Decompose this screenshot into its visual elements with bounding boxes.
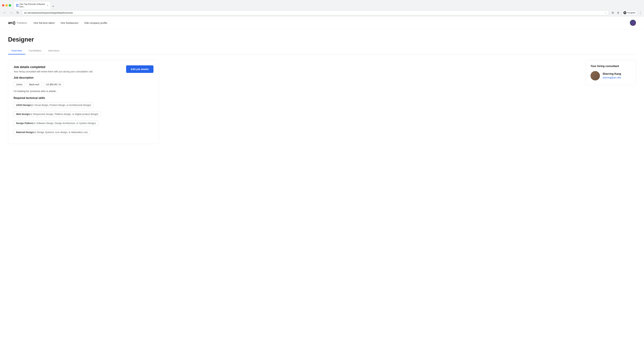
back-button[interactable]: ← [2, 10, 7, 15]
job-description-text: I'm looking for someone who is artistic. [14, 90, 154, 92]
tab-close-button[interactable]: × [47, 4, 48, 6]
tabs-bar: Overview Candidates Interviews [8, 47, 636, 54]
consultant-email[interactable]: sherring@arc.dev [602, 76, 621, 79]
tag-backend: Back-end [27, 82, 42, 87]
job-card-subtitle: Your hiring consultant will review them … [14, 70, 93, 73]
skills-section-label: Required technical skills [14, 96, 154, 99]
skill-uxui-alt: (or Visual design, Product design, or Ar… [31, 104, 91, 106]
skill-materialdesign-alt: (or Design Systems, Icon design, or Mate… [33, 131, 88, 134]
tab-interviews[interactable]: Interviews [44, 47, 63, 54]
skill-designpattern: Design Pattern (or Software Design, Desi… [14, 120, 98, 126]
tab-title: Hire Top Remote Software Dev... [20, 3, 45, 8]
top-nav: arc() Freelance Hire full-time talent Hi… [0, 16, 644, 29]
active-tab[interactable]: Hire Top Remote Software Dev... × [14, 1, 51, 9]
skill-designpattern-alt: (or Software Design, Design Architecture… [33, 122, 96, 124]
skill-webdesign-alt: (or Responsive Design, Platform design, … [30, 113, 98, 115]
tag-junior: Junior [14, 82, 25, 87]
skill-webdesign-name: Web Design [16, 113, 30, 115]
forward-button[interactable]: → [9, 10, 14, 15]
job-card-header: Job details completed Your hiring consul… [14, 65, 154, 73]
logo-freelance-label: Freelance [17, 22, 27, 24]
window-controls [2, 4, 11, 6]
bookmark-icon[interactable]: ☆ [604, 11, 606, 14]
skill-uxui-name: UX/UI Design [16, 104, 31, 106]
consultant-info: Sherring Kang sherring@arc.dev [590, 71, 631, 80]
maximize-window-button[interactable] [9, 4, 11, 6]
consultant-avatar-image [590, 71, 600, 80]
consultant-details: Sherring Kang sherring@arc.dev [602, 72, 621, 79]
nav-hire-freelancers[interactable]: Hire freelancers [61, 21, 78, 24]
skills-list: UX/UI Design (or Visual design, Product … [14, 102, 154, 138]
browser-chrome: Hire Top Remote Software Dev... × + ← → … [0, 0, 644, 16]
consultant-name: Sherring Kang [602, 72, 621, 75]
skill-materialdesign-name: Material Design [16, 131, 33, 134]
main-column: Job details completed Your hiring consul… [8, 60, 580, 148]
reload-button[interactable]: ↻ [16, 10, 20, 15]
consultant-avatar [590, 71, 600, 80]
page-content: arc() Freelance Hire full-time talent Hi… [0, 16, 644, 362]
skill-designpattern-name: Design Pattern [16, 122, 33, 124]
new-tab-button[interactable]: + [51, 3, 56, 9]
consultant-card: Your hiring consultant Sherring Kang she… [586, 60, 636, 85]
tab-overview[interactable]: Overview [8, 47, 25, 54]
address-bar[interactable]: arc.dev/dashboard/requests/kdyp4k9q28/ov… [22, 10, 609, 15]
logo-text: arc() [8, 21, 15, 25]
job-description-label: Job description [14, 76, 154, 79]
tab-favicon [16, 4, 18, 7]
browser-menu-button[interactable]: ⋮ [639, 11, 642, 15]
tab-bar: Hire Top Remote Software Dev... × + [14, 1, 56, 9]
incognito-badge[interactable]: Incognito [622, 10, 637, 15]
svg-point-0 [16, 4, 18, 6]
incognito-icon [623, 11, 626, 14]
tags-row: Junior Back-end US $50-85 / hr [14, 82, 154, 87]
content-layout: Job details completed Your hiring consul… [8, 60, 636, 148]
job-card: Job details completed Your hiring consul… [8, 60, 159, 144]
toolbar-actions: ⧉ ⬇ Incognito ⋮ [611, 10, 642, 15]
extensions-button[interactable]: ⧉ [611, 10, 615, 15]
logo[interactable]: arc() Freelance [8, 21, 27, 25]
tab-candidates[interactable]: Candidates [25, 47, 45, 54]
avatar-image [630, 20, 636, 26]
nav-hire-fulltime[interactable]: Hire full-time talent [34, 21, 55, 24]
main-area: Designer Overview Candidates Interviews … [0, 29, 644, 155]
job-card-text: Job details completed Your hiring consul… [14, 65, 93, 73]
download-button[interactable]: ⬇ [616, 10, 620, 15]
url-text: arc.dev/dashboard/requests/kdyp4k9q28/ov… [24, 11, 603, 14]
edit-job-details-button[interactable]: Edit job details [126, 65, 154, 73]
tag-rate: US $50-85 / hr [43, 82, 64, 87]
page-title: Designer [8, 36, 636, 43]
avatar[interactable] [630, 20, 636, 26]
close-window-button[interactable] [2, 4, 4, 6]
incognito-label: Incognito [627, 11, 636, 14]
consultant-card-title: Your hiring consultant [590, 65, 631, 68]
title-bar: Hire Top Remote Software Dev... × + [0, 0, 644, 9]
nav-links: Hire full-time talent Hire freelancers E… [34, 21, 630, 24]
skill-webdesign: Web Design (or Responsive Design, Platfo… [14, 111, 101, 117]
nav-edit-company[interactable]: Edit company profile [84, 21, 107, 24]
browser-toolbar: ← → ↻ arc.dev/dashboard/requests/kdyp4k9… [0, 9, 644, 16]
skill-uxui: UX/UI Design (or Visual design, Product … [14, 102, 94, 108]
sidebar-column: Your hiring consultant Sherring Kang she… [586, 60, 636, 85]
skill-materialdesign: Material Design (or Design Systems, Icon… [14, 129, 90, 135]
job-card-title: Job details completed [14, 65, 93, 69]
minimize-window-button[interactable] [5, 4, 8, 6]
